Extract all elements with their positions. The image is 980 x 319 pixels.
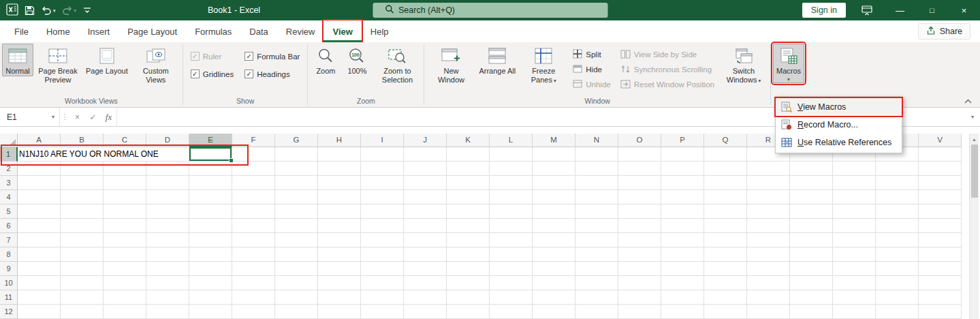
column-header-O[interactable]: O: [618, 134, 661, 147]
row-header-12[interactable]: 12: [0, 305, 18, 319]
cell-D11[interactable]: [146, 290, 189, 305]
cell-A2[interactable]: [18, 162, 61, 176]
column-header-H[interactable]: H: [318, 134, 361, 147]
tab-data[interactable]: Data: [240, 20, 276, 42]
cell-L9[interactable]: [490, 262, 533, 276]
cell-L8[interactable]: [490, 247, 533, 262]
cell-G10[interactable]: [275, 276, 318, 290]
cell-F4[interactable]: [232, 190, 275, 204]
cell-O2[interactable]: [618, 162, 661, 176]
cell-Q7[interactable]: [704, 233, 747, 247]
cell-J2[interactable]: [404, 162, 447, 176]
cell-F12[interactable]: [232, 305, 275, 319]
cell-R6[interactable]: [747, 219, 790, 233]
cell-H1[interactable]: [318, 147, 361, 162]
cell-L6[interactable]: [490, 219, 533, 233]
cell-P4[interactable]: [661, 190, 704, 204]
cell-Q11[interactable]: [704, 290, 747, 305]
cell-I2[interactable]: [361, 162, 404, 176]
cell-S6[interactable]: [790, 219, 833, 233]
cell-J12[interactable]: [404, 305, 447, 319]
name-box[interactable]: ▾: [0, 108, 60, 126]
cell-H5[interactable]: [318, 204, 361, 219]
cell-F1[interactable]: [232, 147, 275, 162]
cell-Q5[interactable]: [704, 204, 747, 219]
cell-U9[interactable]: [876, 262, 919, 276]
row-header-6[interactable]: 6: [0, 219, 18, 233]
cell-S10[interactable]: [790, 276, 833, 290]
cell-J6[interactable]: [404, 219, 447, 233]
cell-G4[interactable]: [275, 190, 318, 204]
cell-B12[interactable]: [61, 305, 104, 319]
cell-N4[interactable]: [575, 190, 618, 204]
custom-views-button[interactable]: Custom Views: [131, 44, 180, 85]
minimize-button[interactable]: —: [884, 0, 916, 20]
cell-M11[interactable]: [533, 290, 575, 305]
cell-N1[interactable]: [575, 147, 618, 162]
search-input[interactable]: [398, 5, 569, 15]
cell-U5[interactable]: [876, 204, 919, 219]
cell-M10[interactable]: [533, 276, 575, 290]
column-header-J[interactable]: J: [404, 134, 447, 147]
cell-D3[interactable]: [146, 176, 189, 190]
cell-E8[interactable]: [189, 247, 232, 262]
cell-G3[interactable]: [275, 176, 318, 190]
cell-B6[interactable]: [61, 219, 104, 233]
cell-V11[interactable]: [919, 290, 962, 305]
cell-R8[interactable]: [747, 247, 790, 262]
close-button[interactable]: ×: [948, 0, 980, 20]
cell-P1[interactable]: [661, 147, 704, 162]
cell-V12[interactable]: [919, 305, 962, 319]
cell-O11[interactable]: [618, 290, 661, 305]
column-header-A[interactable]: A: [18, 134, 61, 147]
cell-G7[interactable]: [275, 233, 318, 247]
cancel-entry-button[interactable]: ×: [69, 108, 85, 126]
cell-K2[interactable]: [447, 162, 490, 176]
cell-R3[interactable]: [747, 176, 790, 190]
cell-O4[interactable]: [618, 190, 661, 204]
cell-A4[interactable]: [18, 190, 61, 204]
cell-B5[interactable]: [61, 204, 104, 219]
cell-T3[interactable]: [833, 176, 876, 190]
undo-button[interactable]: ▾: [41, 6, 56, 15]
excel-logo-icon[interactable]: [6, 3, 18, 18]
cell-A5[interactable]: [18, 204, 61, 219]
cell-I12[interactable]: [361, 305, 404, 319]
cell-A9[interactable]: [18, 262, 61, 276]
column-header-B[interactable]: B: [61, 134, 104, 147]
cell-F9[interactable]: [232, 262, 275, 276]
cell-T5[interactable]: [833, 204, 876, 219]
cell-V10[interactable]: [919, 276, 962, 290]
cell-V4[interactable]: [919, 190, 962, 204]
cell-P3[interactable]: [661, 176, 704, 190]
cell-R10[interactable]: [747, 276, 790, 290]
cell-S4[interactable]: [790, 190, 833, 204]
cell-S11[interactable]: [790, 290, 833, 305]
cell-M12[interactable]: [533, 305, 575, 319]
cell-A1[interactable]: N1NJ10 ARE YOU OR NORMAL ONE: [18, 147, 61, 162]
cell-U6[interactable]: [876, 219, 919, 233]
cell-U7[interactable]: [876, 233, 919, 247]
hide-button[interactable]: Hide: [569, 62, 614, 77]
cell-D8[interactable]: [146, 247, 189, 262]
cell-H3[interactable]: [318, 176, 361, 190]
formula-bar-grip-icon[interactable]: ⋮: [60, 108, 69, 126]
cell-A7[interactable]: [18, 233, 61, 247]
cell-P5[interactable]: [661, 204, 704, 219]
zoom-button[interactable]: Zoom: [310, 44, 341, 76]
cell-S7[interactable]: [790, 233, 833, 247]
cell-G11[interactable]: [275, 290, 318, 305]
cell-O12[interactable]: [618, 305, 661, 319]
cell-B3[interactable]: [61, 176, 104, 190]
scroll-up-icon[interactable]: ▲: [970, 134, 979, 145]
cell-U3[interactable]: [876, 176, 919, 190]
customize-quick-access-button[interactable]: [82, 6, 92, 14]
cell-E9[interactable]: [189, 262, 232, 276]
cell-K3[interactable]: [447, 176, 490, 190]
cell-A8[interactable]: [18, 247, 61, 262]
cell-V8[interactable]: [919, 247, 962, 262]
row-header-7[interactable]: 7: [0, 233, 18, 247]
normal-view-button[interactable]: Normal: [2, 44, 33, 76]
column-header-V[interactable]: V: [919, 134, 962, 147]
cell-R4[interactable]: [747, 190, 790, 204]
